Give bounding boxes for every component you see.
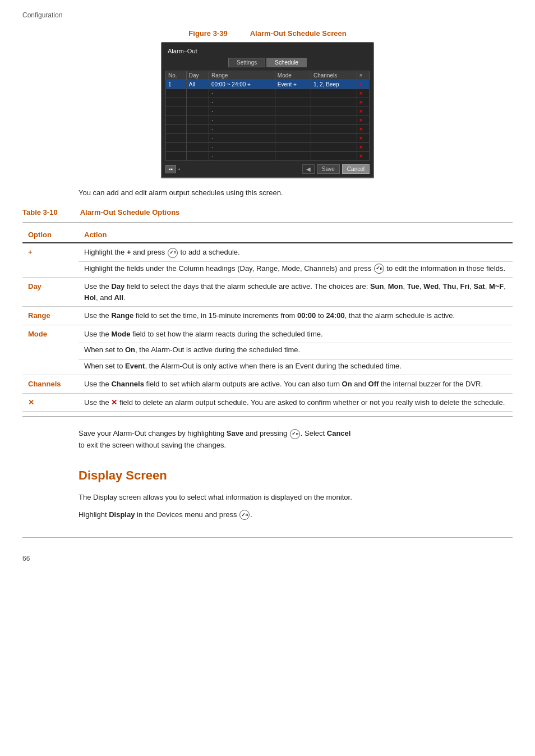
display-screen-title: Display Screen [79, 468, 513, 483]
option-channels: Channels [22, 375, 79, 394]
figure-description: You can add and edit alarm output schedu… [79, 188, 456, 197]
figure-container: Figure 3-39 Alarm-Out Schedule Screen Al… [22, 29, 513, 178]
dvr-back-button[interactable]: ◀ [302, 164, 315, 174]
table-row: · × [166, 107, 370, 116]
table-row: · × [166, 89, 370, 98]
table-top-divider [22, 222, 513, 223]
table-label: Table 3-10 [22, 208, 58, 216]
ok-icon-save: ✓n [290, 429, 300, 439]
table-row: + Highlight the + and press ✓n to add a … [22, 243, 513, 261]
page-number: 66 [22, 555, 513, 563]
dvr-cancel-button[interactable]: Cancel [342, 164, 370, 174]
figure-caption: Alarm-Out Schedule Screen [250, 29, 347, 38]
ok-icon-2: ✓n [374, 264, 384, 274]
table-row-continuation: When set to Event, the Alarm-Out is only… [22, 359, 513, 375]
save-note-line2: to exit the screen without saving the ch… [79, 440, 456, 451]
col-channels: Channels [311, 71, 357, 80]
dvr-tabs: Settings Schedule [165, 58, 370, 67]
display-screen-para2: Highlight Display in the Devices menu an… [79, 509, 456, 521]
table-row: · × [166, 116, 370, 125]
options-table: Option Action + Highlight the + and pres… [22, 227, 513, 412]
table-row: · × [166, 152, 370, 161]
header-action: Action [79, 227, 513, 243]
options-table-header: Option Action [22, 227, 513, 243]
action-day: Use the Day field to select the days tha… [79, 278, 513, 307]
figure-label: Figure 3-39 [188, 29, 227, 38]
table-bottom-divider [22, 416, 513, 417]
table-row: · × [166, 134, 370, 143]
col-delete: × [357, 71, 369, 80]
action-x: Use the ✕ field to delete an alarm outpu… [79, 393, 513, 412]
page-footer-divider [22, 537, 513, 538]
table-row: · × [166, 125, 370, 134]
dvr-save-button[interactable]: Save [317, 164, 340, 174]
dvr-screen: Alarm–Out Settings Schedule No. Day Rang… [161, 42, 374, 178]
option-plus: + [22, 243, 79, 278]
header-option: Option [22, 227, 79, 243]
col-range: Range [209, 71, 275, 80]
dvr-add-button[interactable]: ▪▪ [165, 165, 176, 173]
display-screen-para1: The Display screen allows you to select … [79, 492, 456, 504]
table-row: ✕ Use the ✕ field to delete an alarm out… [22, 393, 513, 412]
table-row: Range Use the Range field to set the tim… [22, 307, 513, 325]
x-symbol: ✕ [111, 398, 117, 407]
table-row-continuation: When set to On, the Alarm-Out is active … [22, 343, 513, 359]
table-row: Mode Use the Mode field to set how the a… [22, 325, 513, 343]
action-range: Use the Range field to set the time, in … [79, 307, 513, 325]
action-plus-1: Highlight the + and press ✓n to add a sc… [79, 243, 513, 261]
table-row-continuation: Highlight the fields under the Column he… [22, 261, 513, 278]
action-mode-3: When set to Event, the Alarm-Out is only… [79, 359, 513, 375]
action-mode-1: Use the Mode field to set how the alarm … [79, 325, 513, 343]
breadcrumb: Configuration [22, 11, 513, 19]
ok-icon-display: ✓n [239, 510, 250, 520]
action-channels: Use the Channels field to set which alar… [79, 375, 513, 394]
save-section: Save your Alarm-Out changes by highlight… [79, 428, 456, 451]
dvr-title-bar: Alarm–Out [165, 47, 370, 56]
figure-title: Figure 3-39 Alarm-Out Schedule Screen [188, 29, 346, 38]
dvr-schedule-table: No. Day Range Mode Channels × 1 All 00:0… [165, 71, 370, 161]
table-row: 1 All 00:00 ~ 24:00 ÷ Event ÷ 1, 2, Beep… [166, 80, 370, 89]
option-day: Day [22, 278, 79, 307]
dvr-footer: ▪▪ • ◀ Save Cancel [165, 164, 370, 174]
table-row: · × [166, 98, 370, 107]
option-x: ✕ [22, 393, 79, 412]
ok-icon: ✓n [168, 248, 178, 258]
save-note-line1: Save your Alarm-Out changes by highlight… [79, 428, 456, 440]
option-range: Range [22, 307, 79, 325]
option-mode: Mode [22, 325, 79, 375]
table-row: Day Use the Day field to select the days… [22, 278, 513, 307]
display-screen-section: Display Screen The Display screen allows… [22, 468, 513, 521]
dvr-action-buttons: ◀ Save Cancel [302, 164, 370, 174]
table-title: Table 3-10 Alarm-Out Schedule Options [22, 208, 513, 216]
col-no: No. [166, 71, 187, 80]
table-row: Channels Use the Channels field to set w… [22, 375, 513, 394]
table-row: · × [166, 143, 370, 152]
action-plus-2: Highlight the fields under the Column he… [79, 261, 513, 278]
col-mode: Mode [275, 71, 311, 80]
dvr-tab-schedule[interactable]: Schedule [266, 58, 307, 67]
action-mode-2: When set to On, the Alarm-Out is active … [79, 343, 513, 359]
col-day: Day [186, 71, 209, 80]
table-caption: Alarm-Out Schedule Options [80, 208, 180, 216]
dvr-tab-settings[interactable]: Settings [228, 58, 265, 67]
